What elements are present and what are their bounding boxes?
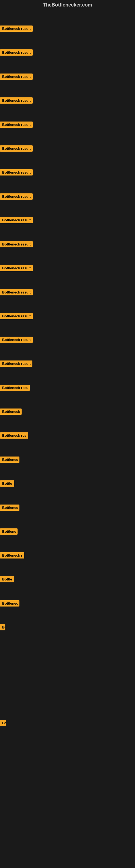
bottleneck-item: Bottleneck result xyxy=(0,313,33,320)
bottleneck-item: Bottleneck result xyxy=(0,193,33,201)
bottleneck-badge[interactable]: Bottleneck result xyxy=(0,289,33,296)
bottleneck-badge[interactable]: Bo xyxy=(0,720,6,726)
bottleneck-item: Bottleneck result xyxy=(0,26,33,33)
bottleneck-badge[interactable]: Bottleneck res xyxy=(0,432,28,439)
bottleneck-badge[interactable]: Bottle xyxy=(0,480,14,487)
bottleneck-badge[interactable]: B xyxy=(0,624,5,630)
bottleneck-badge[interactable]: Bottlene xyxy=(0,528,17,535)
bottleneck-item: Bottlenec xyxy=(0,504,19,512)
bottleneck-badge[interactable]: Bottleneck result xyxy=(0,169,33,176)
bottleneck-badge[interactable]: Bottleneck result xyxy=(0,361,32,367)
bottleneck-badge[interactable]: Bottleneck result xyxy=(0,26,33,32)
bottleneck-item: Bo xyxy=(0,720,6,727)
bottleneck-badge[interactable]: Bottlenec xyxy=(0,600,19,607)
bottleneck-badge[interactable]: Bottlenec xyxy=(0,504,19,511)
bottleneck-item: Bottleneck result xyxy=(0,73,33,81)
bottleneck-item: Bottlenec xyxy=(0,600,19,608)
bottleneck-badge[interactable]: Bottleneck result xyxy=(0,313,33,319)
bottleneck-item: Bottle xyxy=(0,576,14,584)
bottleneck-item: Bottleneck xyxy=(0,408,21,416)
bottleneck-item: Bottleneck result xyxy=(0,122,33,129)
bottleneck-badge[interactable]: Bottleneck result xyxy=(0,193,33,199)
bottleneck-item: Bottleneck result xyxy=(0,217,33,224)
bottleneck-item: Bottleneck resu xyxy=(0,384,30,392)
bottleneck-badge[interactable]: Bottleneck result xyxy=(0,97,33,104)
bottleneck-item: Bottleneck result xyxy=(0,169,33,177)
bottleneck-badge[interactable]: Bottleneck xyxy=(0,408,21,415)
bottleneck-badge[interactable]: Bottleneck resu xyxy=(0,384,30,391)
bottleneck-item: Bottleneck result xyxy=(0,97,33,105)
bottleneck-badge[interactable]: Bottleneck result xyxy=(0,50,33,56)
bottleneck-badge[interactable]: Bottleneck result xyxy=(0,217,33,223)
bottleneck-badge[interactable]: Bottleneck result xyxy=(0,122,33,128)
bottleneck-item: Bottleneck res xyxy=(0,432,28,440)
bottleneck-item: Bottleneck r xyxy=(0,552,24,560)
bottleneck-badge[interactable]: Bottle xyxy=(0,576,14,582)
bottleneck-badge[interactable]: Bottleneck result xyxy=(0,241,33,247)
bottleneck-badge[interactable]: Bottleneck r xyxy=(0,552,24,558)
bottleneck-item: Bottleneck result xyxy=(0,145,33,153)
bottleneck-badge[interactable]: Bottleneck result xyxy=(0,145,33,152)
bottleneck-item: B xyxy=(0,624,5,631)
bottleneck-item: Bottlene xyxy=(0,528,17,536)
bottleneck-badge[interactable]: Bottleneck result xyxy=(0,337,33,343)
bottleneck-item: Bottlenec xyxy=(0,457,19,464)
bottleneck-badge[interactable]: Bottlenec xyxy=(0,457,19,463)
bottleneck-badge[interactable]: Bottleneck result xyxy=(0,265,33,271)
site-title: TheBottlenecker.com xyxy=(0,0,135,10)
bottleneck-item: Bottleneck result xyxy=(0,289,33,297)
bottleneck-item: Bottle xyxy=(0,480,14,488)
bottleneck-badge[interactable]: Bottleneck result xyxy=(0,73,33,80)
bottleneck-item: Bottleneck result xyxy=(0,241,33,248)
bottleneck-item: Bottleneck result xyxy=(0,337,33,344)
bottleneck-item: Bottleneck result xyxy=(0,50,33,57)
bottleneck-item: Bottleneck result xyxy=(0,265,33,272)
bottleneck-item: Bottleneck result xyxy=(0,361,32,368)
